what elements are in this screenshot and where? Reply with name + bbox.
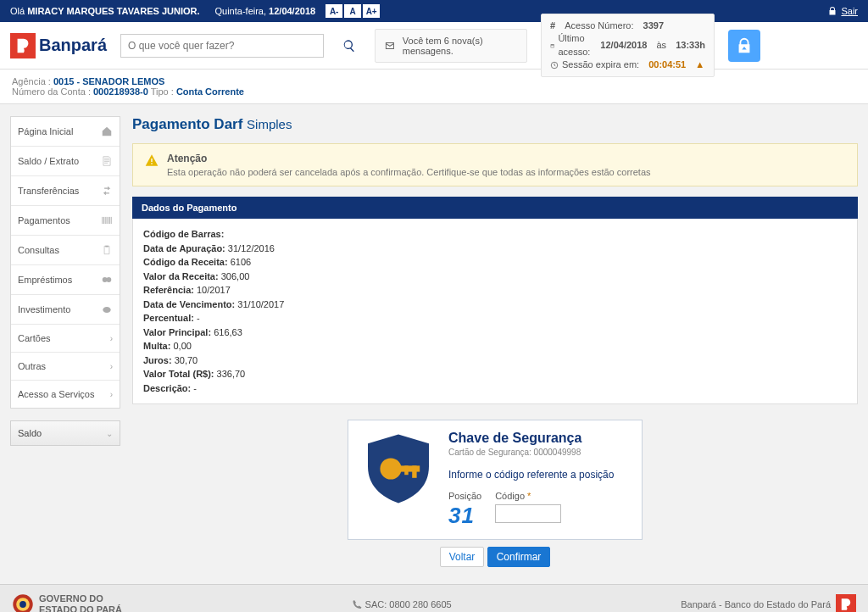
header: Banpará Você tem 6 nova(s) mensagens. # … <box>0 22 868 70</box>
clipboard-icon <box>101 244 113 256</box>
gov-branding: GOVERNO DO ESTADO DO PARÁ <box>12 593 122 612</box>
menu-services[interactable]: Acesso a Serviços› <box>11 381 120 408</box>
session-countdown: 00:04:51 <box>648 58 686 71</box>
chevron-right-icon: › <box>110 390 113 399</box>
logo-mark-icon <box>836 594 856 612</box>
sidebar: Página Inicial Saldo / Extrato Transferê… <box>10 116 120 446</box>
user-name: MIRACY MARQUES TAVARES JUNIOR. <box>27 6 199 16</box>
position-number: 31 <box>448 503 481 529</box>
payment-panel-header: Dados do Pagamento <box>132 197 858 219</box>
back-button[interactable]: Voltar <box>440 547 485 567</box>
footer: GOVERNO DO ESTADO DO PARÁ SAC: 0800 280 … <box>0 584 868 612</box>
topbar: Olá MIRACY MARQUES TAVARES JUNIOR. Quint… <box>0 0 868 22</box>
menu-home[interactable]: Página Inicial <box>11 117 120 147</box>
brand-text: Banpará <box>39 36 107 55</box>
logo[interactable]: Banpará <box>10 33 107 58</box>
messages-text: Você tem 6 nova(s) mensagens. <box>403 36 518 56</box>
position-label: Posição <box>448 491 481 501</box>
menu-payments[interactable]: Pagamentos <box>11 206 120 236</box>
svg-point-10 <box>19 601 26 608</box>
piggy-icon <box>101 303 113 315</box>
svg-point-2 <box>106 277 111 282</box>
menu-balance[interactable]: Saldo / Extrato <box>11 147 120 176</box>
alert-title: Atenção <box>167 153 651 164</box>
search-input[interactable] <box>121 40 323 52</box>
menu-investment[interactable]: Investimento <box>11 295 120 325</box>
chevron-down-icon: ⌄ <box>106 429 113 438</box>
logout-link[interactable]: Sair <box>841 6 858 16</box>
security-title: Chave de Segurança <box>448 431 630 446</box>
security-card-number: Cartão de Segurança: 0000049998 <box>448 448 630 457</box>
menu-transfers[interactable]: Transferências <box>11 176 120 206</box>
session-info: # Acesso Número: 3397 Último acesso: 12/… <box>541 14 715 78</box>
svg-rect-6 <box>412 465 416 477</box>
envelope-icon <box>384 41 396 51</box>
warning-icon: ▲ <box>695 58 704 71</box>
account-number: 000218938-0 <box>93 86 148 97</box>
menu-cards[interactable]: Cartões› <box>11 325 120 353</box>
document-icon <box>101 155 113 167</box>
account-type: Conta Corrente <box>176 86 244 97</box>
page-title: Pagamento Darf Simples <box>132 116 858 133</box>
svg-rect-7 <box>404 465 409 475</box>
svg-point-3 <box>103 307 110 313</box>
phone-icon <box>352 599 362 609</box>
state-seal-icon <box>12 593 34 612</box>
menu-other[interactable]: Outras› <box>11 353 120 381</box>
messages-box[interactable]: Você tem 6 nova(s) mensagens. <box>375 29 527 63</box>
chevron-right-icon: › <box>110 362 113 371</box>
font-size-controls: A- A A+ <box>326 4 380 18</box>
chevron-right-icon: › <box>110 334 113 343</box>
alert-message: Esta operação não poderá ser cancelada a… <box>167 167 651 177</box>
barcode-icon <box>101 214 113 226</box>
required-asterisk: * <box>527 491 531 501</box>
transfer-icon <box>101 185 113 197</box>
topbar-right: Sair <box>827 6 858 16</box>
menu-loans[interactable]: Empréstimos <box>11 265 120 295</box>
font-larger-button[interactable]: A+ <box>363 4 380 18</box>
font-smaller-button[interactable]: A- <box>326 4 342 18</box>
font-normal-button[interactable]: A <box>344 4 361 18</box>
payment-panel-body: Código de Barras: Data de Apuração: 31/1… <box>132 219 858 404</box>
security-prompt: Informe o código referente a posição <box>448 469 630 481</box>
money-icon <box>101 274 113 286</box>
security-lock-button[interactable] <box>728 30 760 62</box>
saldo-widget[interactable]: Saldo ⌄ <box>10 420 120 446</box>
confirm-button[interactable]: Confirmar <box>487 547 551 567</box>
calendar-icon <box>550 42 554 50</box>
shield-key-icon <box>360 431 437 507</box>
main-menu: Página Inicial Saldo / Extrato Transferê… <box>10 116 120 409</box>
sac-phone: SAC: 0800 280 6605 <box>352 599 452 609</box>
logo-mark-icon <box>10 33 36 58</box>
search-box[interactable] <box>120 34 324 58</box>
security-code-input[interactable] <box>495 504 561 523</box>
security-key-card: Chave de Segurança Cartão de Segurança: … <box>348 420 643 540</box>
search-button[interactable] <box>337 34 361 58</box>
menu-queries[interactable]: Consultas <box>11 236 120 265</box>
warning-alert: Atenção Esta operação não poderá ser can… <box>132 143 858 186</box>
lock-icon <box>827 6 837 16</box>
home-icon <box>101 125 113 137</box>
code-label: Código <box>495 491 525 501</box>
agency-value: 0015 - SENADOR LEMOS <box>53 76 164 86</box>
main-area: Página Inicial Saldo / Extrato Transferê… <box>0 104 868 584</box>
content: Pagamento Darf Simples Atenção Esta oper… <box>132 116 858 567</box>
alert-icon <box>145 153 159 167</box>
action-buttons: Voltar Confirmar <box>132 547 858 567</box>
footer-right: Banpará - Banco do Estado do Pará <box>681 594 856 612</box>
clock-icon <box>550 61 559 70</box>
account-info-bar: Agência : 0015 - SENADOR LEMOS Número da… <box>0 70 868 104</box>
